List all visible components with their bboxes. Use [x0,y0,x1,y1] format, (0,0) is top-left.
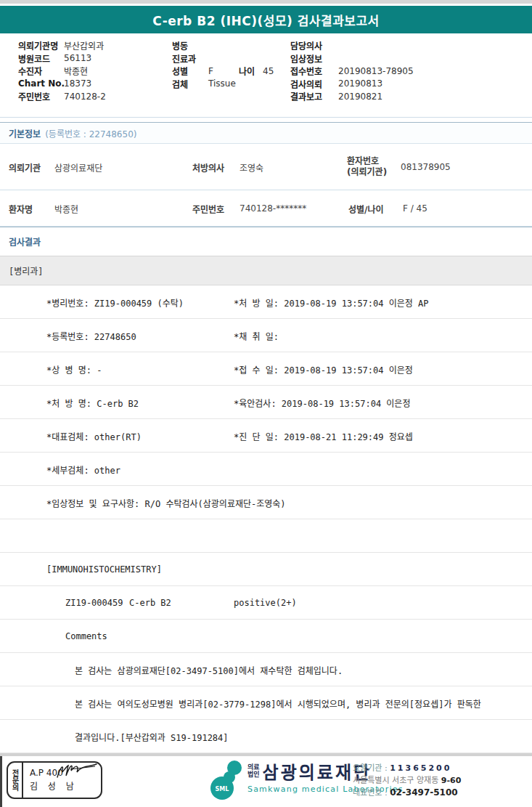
basic-info-row-2: 환자명 박종현 주민번호 740128-******* 성별/나이 F / 45 [0,190,532,227]
field-label: 병동 [172,39,208,52]
field-resident-no: 주민번호 740128-2 [18,90,106,103]
detail-right: *접 수 일: 2019-08-19 13:57:04 이은정 [234,362,413,375]
field-order-date: 검사의뢰 20190813 [290,78,414,91]
cell-value: 삼광의료재단 [54,161,102,173]
footer: 전문의 A.P 400 김 성 남 SML 의료 법인 삼광의료재단 Samk [0,756,532,807]
field-value: 740128-2 [64,92,106,102]
contact-value: 11365200 [390,763,451,773]
field-label: 의뢰기관명 [18,39,64,52]
comments-label: Comments [65,631,107,641]
field-report-date: 결과보고 20190821 [290,90,414,103]
section-title: 검사결과 [9,235,41,248]
detail-row: *병리번호: ZI19-000459 (수탁) *처 방 일: 2019-08-… [0,285,532,319]
field-label: 병원코드 [18,52,64,65]
cell-label: 의뢰기관 [9,161,41,173]
department-row: [병리과] [0,256,532,285]
field-label: Chart No. [18,78,64,89]
report-title-bar: C-erb B2 (IHC)(성모) 검사결과보고서 [0,6,532,33]
contact-value: 02-3497-5100 [390,787,457,798]
result-specimen-no: ZI19-000459 [65,598,123,608]
lab-type-line1: 의료 [247,763,260,771]
empty-row [0,519,532,553]
field-clinical-info: 임상정보 [290,52,414,65]
lab-type-label: 의료 법인 [247,763,260,778]
detail-left: *임상정보 및 요구사항: R/O 수탁검사(삼광의료재단-조영숙) [46,496,286,508]
stamp-role-label: 전문의 [8,763,23,798]
cell-label: 주민번호 [192,202,224,214]
field-value: 20190813 [338,78,382,89]
field-label: 성별 [172,65,208,77]
field-label: 주민번호 [18,90,64,102]
field-label: 수진자 [18,65,64,77]
comment-line: 결과입니다.[부산갑외과 S19-191284] [75,730,229,742]
cell-label: 환자명 [9,202,33,214]
field-label: 나이 [239,65,263,77]
contact-label: 요양기관 : [353,763,388,773]
field-label: 접수번호 [290,65,338,77]
section-subtitle: (등록번호 : 22748650) [45,127,136,139]
detail-left: *처 방 명: C-erb B2 [46,396,139,408]
detail-row: *임상정보 및 요구사항: R/O 수탁검사(삼광의료재단-조영숙) [0,486,532,519]
comment-line-row: 본 검사는 삼광의료재단[02-3497-5100]에서 재수탁한 검체입니다. [0,653,532,686]
patient-header-middle-column: 병동 진료과 성별 F 나이 45 검체 Tissue [172,39,274,90]
detail-left: *등록번호: 22748650 [46,329,136,341]
cell-value: 740128-******* [240,203,306,214]
field-chart-no: Chart No. 18373 [18,78,106,91]
field-value: 56113 [64,53,91,63]
field-label: 진료과 [172,52,208,65]
comment-line: 본 검사는 삼광의료재단[02-3497-5100]에서 재수탁한 검체입니다. [75,663,343,676]
field-label: 결과보고 [290,90,338,102]
section-title: 기본정보 [9,127,41,139]
contact-line-care-org: 요양기관 : 11365200 [353,762,461,774]
field-patient: 수진자 박종현 [18,65,106,78]
department-label: [병리과] [9,264,44,277]
pathologist-stamp: 전문의 A.P 400 김 성 남 [7,761,102,799]
field-value: 18373 [64,78,91,89]
comment-line-row: 결과입니다.[부산갑외과 S19-191284] [0,720,532,753]
cell-label: 환자번호 (의뢰기관) [347,156,387,178]
contact-address: 서울특별시 서초구 양재동 [353,776,438,785]
signature [53,758,101,784]
contact-address-number: 9-60 [441,776,462,785]
detail-left: *상 병 명: - [46,362,102,375]
cell-value: 조영숙 [240,161,263,173]
cell-value: 081378905 [401,162,451,172]
comment-line: 본 검사는 여의도성모병원 병리과[02-3779-1298]에서 시행되었으며… [75,697,481,709]
cell-label-line1: 환자번호 [347,156,379,166]
field-requesting-org: 의뢰기관명 부산갑외과 [18,39,106,52]
field-sex-age: 성별 F 나이 45 [172,65,274,78]
cell-value: F / 45 [403,203,427,214]
detail-row: *대표검체: other(RT) *진 단 일: 2019-08-21 11:2… [0,419,532,453]
detail-row: *등록번호: 22748650 *채 취 일: [0,319,532,352]
field-label: 임상정보 [290,52,338,65]
divider [0,117,532,122]
contact-line-address: 서울특별시 서초구 양재동 9-60 [353,774,461,787]
field-value: Tissue [208,78,236,89]
field-value: 45 [263,66,274,76]
page-title: C-erb B2 (IHC)(성모) 검사결과보고서 [152,11,379,29]
result-test-name: C-erb B2 [129,598,171,608]
sml-logo-abbr: SML [216,786,229,792]
field-value: 박종현 [64,65,88,77]
field-ward: 병동 [172,39,274,52]
field-label: 검사의뢰 [290,78,338,90]
cell-label-line2: (의뢰기관) [347,167,387,177]
detail-right: *진 단 일: 2019-08-21 11:29:49 정요셉 [234,429,413,442]
field-value: 부산갑외과 [64,39,104,52]
detail-row: *세부검체: other [0,453,532,486]
detail-left: *세부검체: other [46,463,120,475]
sml-logo-icon: SML [210,758,245,802]
detail-row: *상 병 명: - *접 수 일: 2019-08-19 13:57:04 이은… [0,352,532,386]
field-attending-doctor: 담당의사 [290,39,414,52]
cell-label: 성별/나이 [348,202,384,214]
result-value: positive(2+) [234,598,297,608]
contact-line-phone: 대표번호 : 02-3497-5100 [353,787,461,799]
detail-left: *병리번호: ZI19-000459 (수탁) [46,296,184,308]
comment-line-row: 본 검사는 여의도성모병원 병리과[02-3779-1298]에서 시행되었으며… [0,686,532,720]
contact-label: 대표번호 : [353,788,388,798]
basic-info-row-1: 의뢰기관 삼광의료재단 처방의사 조영숙 환자번호 (의뢰기관) 0813789… [0,144,532,190]
cell-value: 박종현 [54,202,78,214]
patient-header: 의뢰기관명 부산갑외과 병원코드 56113 수진자 박종현 Chart No.… [0,33,532,117]
basic-info-section-header: 기본정보 (등록번호 : 22748650) [0,122,532,144]
detail-right: *육안검사: 2019-08-19 13:57:04 이은정 [234,396,410,408]
